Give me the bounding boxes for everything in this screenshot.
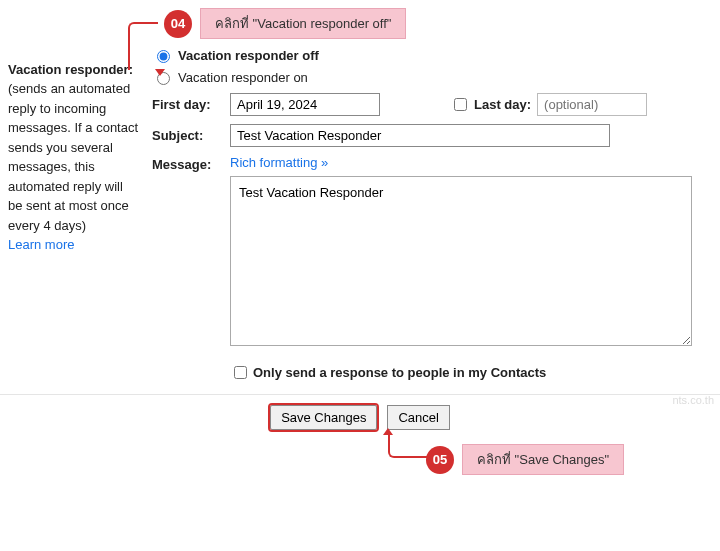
radio-off-label[interactable]: Vacation responder off xyxy=(178,48,319,63)
first-day-label: First day: xyxy=(152,97,230,112)
section-title: Vacation responder: xyxy=(8,62,140,77)
first-day-row: First day: Last day: xyxy=(152,93,720,116)
radio-off[interactable] xyxy=(157,50,170,63)
footer-buttons: Save Changes Cancel xyxy=(0,395,720,434)
radio-row-off[interactable]: Vacation responder off xyxy=(152,47,720,63)
callout-04-text: คลิกที่ "Vacation responder off" xyxy=(200,8,406,39)
only-contacts-checkbox[interactable] xyxy=(234,366,247,379)
message-textarea[interactable] xyxy=(230,176,692,346)
cancel-button[interactable]: Cancel xyxy=(387,405,449,430)
learn-more-link[interactable]: Learn more xyxy=(8,237,74,252)
subject-label: Subject: xyxy=(152,128,230,143)
callout-05: 05 คลิกที่ "Save Changes" xyxy=(426,444,624,475)
section-body: 04 คลิกที่ "Vacation responder off" Vaca… xyxy=(148,8,720,386)
rich-formatting-link[interactable]: Rich formatting » xyxy=(230,155,328,170)
callout-05-leader xyxy=(388,434,428,458)
only-contacts-row: Only send a response to people in my Con… xyxy=(230,363,720,382)
callout-05-wrap: 05 คลิกที่ "Save Changes" xyxy=(0,434,720,484)
callout-05-badge: 05 xyxy=(426,446,454,474)
last-day-label: Last day: xyxy=(474,97,531,112)
last-day-input[interactable] xyxy=(537,93,647,116)
section-description: (sends an automated reply to incoming me… xyxy=(8,79,140,235)
first-day-input[interactable] xyxy=(230,93,380,116)
last-day-checkbox[interactable] xyxy=(454,98,467,111)
radio-on-label[interactable]: Vacation responder on xyxy=(178,70,308,85)
section-sidebar: Vacation responder: (sends an automated … xyxy=(8,8,148,386)
message-body: Rich formatting » xyxy=(230,155,720,349)
only-contacts-label[interactable]: Only send a response to people in my Con… xyxy=(253,365,546,380)
message-label: Message: xyxy=(152,155,230,349)
subject-input[interactable] xyxy=(230,124,610,147)
radio-row-on[interactable]: Vacation responder on xyxy=(152,69,720,85)
radio-on[interactable] xyxy=(157,72,170,85)
save-changes-button[interactable]: Save Changes xyxy=(270,405,377,430)
vacation-settings-section: Vacation responder: (sends an automated … xyxy=(0,0,720,395)
callout-05-text: คลิกที่ "Save Changes" xyxy=(462,444,624,475)
last-day-group: Last day: xyxy=(450,93,647,116)
callout-04: 04 คลิกที่ "Vacation responder off" xyxy=(164,8,720,39)
subject-row: Subject: xyxy=(152,124,720,147)
callout-04-badge: 04 xyxy=(164,10,192,38)
message-row: Message: Rich formatting » xyxy=(152,155,720,349)
